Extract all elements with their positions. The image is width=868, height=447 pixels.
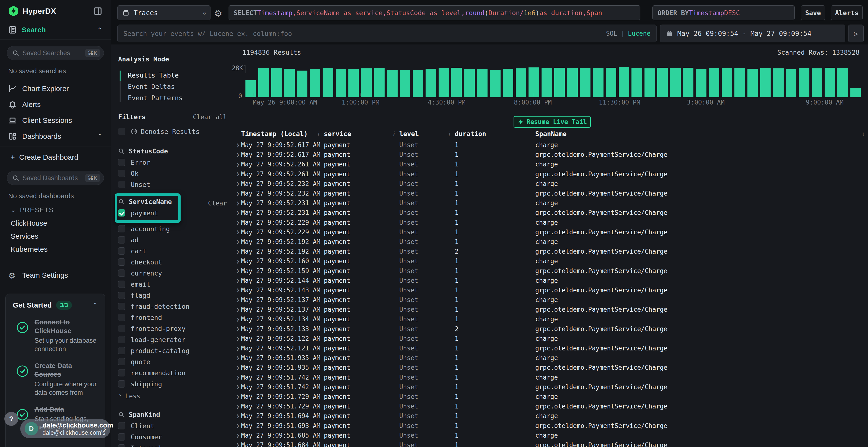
histogram-bars[interactable] xyxy=(245,67,861,97)
filter-option[interactable]: accounting xyxy=(118,223,234,234)
histogram-bar[interactable] xyxy=(245,80,256,97)
column-header-timestamp[interactable]: Timestamp (Local) xyxy=(241,130,324,138)
table-row[interactable]: ❯ May 27 9:09:52.231 AM payment Unset 1 … xyxy=(234,198,868,208)
filter-option[interactable]: email xyxy=(118,279,234,290)
histogram-bar[interactable] xyxy=(400,70,410,97)
table-row[interactable]: ❯ May 27 9:09:51.742 AM payment Unset 1 … xyxy=(234,373,868,382)
histogram-bar[interactable] xyxy=(322,68,333,97)
table-row[interactable]: ❯ May 27 9:09:52.134 AM payment Unset 1 … xyxy=(234,314,868,324)
analysis-mode-option[interactable]: Results Table xyxy=(120,70,234,81)
table-row[interactable]: ❯ May 27 9:09:51.684 AM payment Unset 1 … xyxy=(234,440,868,447)
histogram-bar[interactable] xyxy=(336,69,346,97)
row-expand-chevron-icon[interactable]: ❯ xyxy=(234,423,241,429)
histogram-bar[interactable] xyxy=(374,68,384,97)
sidebar-item-team-settings[interactable]: ⚙ Team Settings xyxy=(0,267,111,283)
sql-select-input[interactable]: SELECT Timestamp, ServiceName as service… xyxy=(228,5,641,20)
table-row[interactable]: ❯ May 27 9:09:52.617 AM payment Unset 1 … xyxy=(234,140,868,150)
histogram-bar[interactable] xyxy=(825,68,835,97)
checkbox[interactable] xyxy=(118,236,125,243)
row-expand-chevron-icon[interactable]: ❯ xyxy=(234,393,241,400)
filter-option[interactable]: product-catalog xyxy=(118,345,234,356)
filter-option[interactable]: Consumer xyxy=(118,431,234,442)
row-expand-chevron-icon[interactable]: ❯ xyxy=(234,258,241,264)
preset-link[interactable]: Services xyxy=(0,230,111,243)
table-row[interactable]: ❯ May 27 9:09:51.935 AM payment Unset 1 … xyxy=(234,363,868,372)
row-expand-chevron-icon[interactable]: ❯ xyxy=(234,210,241,216)
column-resize-handle[interactable]: ⁞ xyxy=(448,130,451,138)
row-expand-chevron-icon[interactable]: ❯ xyxy=(234,365,241,371)
histogram-bar[interactable] xyxy=(348,69,359,97)
table-row[interactable]: ❯ May 27 9:09:52.144 AM payment Unset 1 … xyxy=(234,276,868,285)
histogram-bar[interactable] xyxy=(554,68,565,97)
checkbox[interactable] xyxy=(118,291,125,299)
get-started-item[interactable]: Create Data Sources Configure where your… xyxy=(13,362,98,397)
row-expand-chevron-icon[interactable]: ❯ xyxy=(234,152,241,158)
row-expand-chevron-icon[interactable]: ❯ xyxy=(234,345,241,351)
presets-toggle[interactable]: ⌄ PRESETS xyxy=(0,203,111,217)
checkbox[interactable] xyxy=(118,336,125,343)
table-row[interactable]: ❯ May 27 9:09:51.742 AM payment Unset 1 … xyxy=(234,382,868,392)
filter-option[interactable]: flagd xyxy=(118,290,234,301)
filter-option-payment[interactable]: payment xyxy=(118,207,172,218)
event-search-input[interactable]: Search your events w/ Lucene ex. column:… xyxy=(117,25,656,42)
histogram-bar[interactable] xyxy=(645,68,655,97)
clear-servicename-button[interactable]: Clear xyxy=(208,200,227,207)
row-expand-chevron-icon[interactable]: ❯ xyxy=(234,374,241,380)
row-expand-chevron-icon[interactable]: ❯ xyxy=(234,297,241,303)
histogram-bar[interactable] xyxy=(631,68,642,97)
row-expand-chevron-icon[interactable]: ❯ xyxy=(234,142,241,148)
row-expand-chevron-icon[interactable]: ❯ xyxy=(234,161,241,167)
row-expand-chevron-icon[interactable]: ❯ xyxy=(234,239,241,245)
analysis-mode-option[interactable]: Event Patterns xyxy=(120,92,234,104)
filter-option[interactable]: Internal xyxy=(118,442,234,447)
histogram-bar[interactable] xyxy=(709,68,719,97)
histogram-bar[interactable] xyxy=(297,71,307,97)
row-expand-chevron-icon[interactable]: ❯ xyxy=(234,384,241,390)
checkbox[interactable] xyxy=(118,369,125,376)
table-row[interactable]: ❯ May 27 9:09:51.729 AM payment Unset 1 … xyxy=(234,402,868,411)
histogram-bar[interactable] xyxy=(426,69,436,97)
table-row[interactable]: ❯ May 27 9:09:51.694 AM payment Unset 1 … xyxy=(234,411,868,421)
histogram-bar[interactable] xyxy=(606,68,616,97)
row-expand-chevron-icon[interactable]: ❯ xyxy=(234,191,241,197)
checkbox[interactable] xyxy=(118,181,125,188)
checkbox[interactable] xyxy=(118,444,125,447)
filter-option[interactable]: Ok xyxy=(118,168,234,179)
histogram-bar[interactable] xyxy=(799,68,809,97)
table-row[interactable]: ❯ May 27 9:09:52.192 AM payment Unset 1 … xyxy=(234,237,868,247)
histogram-bar[interactable] xyxy=(528,67,539,97)
column-header-duration[interactable]: ⁞duration xyxy=(455,130,535,138)
sidebar-item-alerts[interactable]: Alerts xyxy=(0,97,111,112)
row-expand-chevron-icon[interactable]: ❯ xyxy=(234,277,241,283)
column-header-level[interactable]: ⁞level xyxy=(399,130,455,138)
histogram-bar[interactable] xyxy=(773,68,783,97)
table-row[interactable]: ❯ May 27 9:09:51.935 AM payment Unset 1 … xyxy=(234,353,868,363)
filter-option[interactable]: recommendation xyxy=(118,367,234,378)
filter-option[interactable]: load-generator xyxy=(118,334,234,345)
checkbox-checked[interactable] xyxy=(118,209,125,216)
sidebar-item-dashboards[interactable]: Dashboards ⌃ xyxy=(0,128,111,144)
column-resize-handle[interactable]: ⁞ xyxy=(393,130,395,138)
histogram-bar[interactable] xyxy=(735,68,745,97)
checkbox[interactable] xyxy=(118,225,125,232)
table-row[interactable]: ❯ May 27 9:09:52.159 AM payment Unset 1 … xyxy=(234,266,868,276)
histogram-bar[interactable] xyxy=(439,68,449,97)
preset-link[interactable]: Kubernetes xyxy=(0,243,111,256)
histogram-bar[interactable] xyxy=(503,69,513,97)
filter-option[interactable]: Unset xyxy=(118,179,234,190)
histogram-bar[interactable] xyxy=(567,68,578,97)
filter-option[interactable]: frontend xyxy=(118,312,234,323)
row-expand-chevron-icon[interactable]: ❯ xyxy=(234,219,241,226)
histogram-bar[interactable] xyxy=(760,68,771,97)
create-dashboard-button[interactable]: + Create Dashboard xyxy=(0,150,111,165)
histogram-bar[interactable] xyxy=(580,68,590,97)
run-query-button[interactable]: ▷ xyxy=(848,25,864,42)
preset-link[interactable]: ClickHouse xyxy=(0,217,111,230)
checkbox[interactable] xyxy=(118,128,125,135)
filter-option[interactable]: frontend-proxy xyxy=(118,323,234,334)
saved-dashboards-input[interactable]: Saved Dashboards ⌘K xyxy=(7,171,104,185)
histogram-bar[interactable] xyxy=(837,68,848,97)
filter-option[interactable]: quote xyxy=(118,356,234,367)
sql-mode-toggle[interactable]: SQL xyxy=(606,30,617,37)
filter-option[interactable]: Error xyxy=(118,157,234,168)
